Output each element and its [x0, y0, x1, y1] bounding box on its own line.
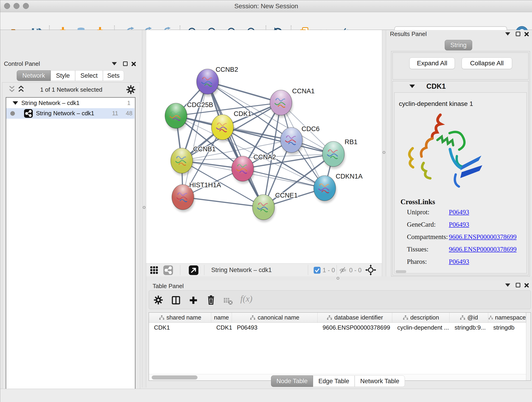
right-splitter-handle[interactable] — [383, 151, 385, 154]
table-row[interactable]: CDK1CDK1P064939606.ENSP00000378699cyclin… — [149, 323, 526, 332]
column-namespace-icon — [403, 315, 409, 320]
table-cell[interactable]: CDK1 — [149, 323, 211, 332]
application-window: Session: New Session — [0, 0, 532, 402]
expand-all-button[interactable]: Expand All — [409, 57, 455, 69]
collection-disclosure-icon[interactable] — [13, 101, 18, 105]
crosslink-link[interactable]: 9606.ENSP00000378699 — [449, 245, 517, 253]
crosslink-label: Tissues: — [407, 245, 449, 253]
protein-name: CDK1 — [426, 82, 446, 90]
scrollbar-thumb[interactable] — [152, 375, 197, 380]
gear-icon[interactable] — [126, 85, 136, 95]
crosshair-pan-icon[interactable] — [365, 264, 376, 275]
network-view-canvas[interactable]: CCNB2CCNA1CDC25BCDK1CDC6RB1CCNB1CCNA2CDK… — [146, 30, 382, 263]
tab-string-results[interactable]: String — [445, 40, 472, 51]
column-header-canonical-name[interactable]: canonical name — [232, 313, 317, 322]
toolbar-separator — [336, 265, 337, 275]
network-view-share-icon[interactable] — [163, 265, 173, 275]
table-cell[interactable]: cyclin-dependent ... — [392, 323, 450, 332]
node-label: CDK1 — [234, 110, 251, 117]
column-namespace-icon — [326, 315, 332, 320]
left-splitter[interactable] — [142, 30, 146, 388]
crosslink-link[interactable]: P06493 — [449, 221, 469, 228]
node-label: CDC25B — [187, 101, 213, 108]
network-status-dot-icon — [10, 111, 15, 116]
network-edge-HIST1H1A-CCNE1[interactable] — [183, 197, 264, 207]
selected-checkbox-icon[interactable] — [314, 267, 321, 274]
show-columns-icon[interactable] — [171, 295, 181, 305]
crosslink-label: Pharos: — [407, 258, 449, 265]
results-scroll-indicator[interactable] — [396, 270, 406, 273]
column-header-namespace[interactable]: namespace — [488, 313, 526, 322]
tab-edge-table[interactable]: Edge Table — [313, 375, 355, 387]
birds-eye-view-icon[interactable] — [189, 265, 198, 275]
network-collection-row[interactable]: String Network – cdk1 1 — [6, 98, 134, 108]
string-network-icon — [24, 109, 33, 118]
column-header--id[interactable]: @id — [450, 313, 488, 322]
network-row-selected[interactable]: String Network – cdk1 11 48 — [6, 108, 134, 119]
network-node-CCNA1[interactable]: CCNA1 — [270, 87, 315, 118]
crosslink-link[interactable]: P06493 — [449, 208, 469, 216]
tab-style[interactable]: Style — [51, 70, 75, 81]
column-namespace-icon — [250, 315, 256, 320]
network-node-CDC6[interactable]: CDC6 — [280, 125, 320, 155]
tab-network[interactable]: Network — [17, 70, 51, 81]
column-header-database-identifier[interactable]: database identifier — [317, 313, 392, 322]
node-label: CCNA1 — [292, 87, 315, 95]
hidden-eye-icon — [339, 267, 347, 274]
float-panel-icon[interactable] — [112, 62, 117, 65]
table-cell[interactable]: stringdb — [488, 323, 526, 332]
table-cell[interactable]: P06493 — [232, 323, 317, 332]
crosslinks-title: CrossLinks — [400, 198, 435, 206]
column-header-description[interactable]: description — [392, 313, 450, 322]
network-node-CCNB2[interactable]: CCNB2 — [196, 66, 238, 96]
collapse-all-chevron-icon[interactable] — [8, 85, 16, 93]
network-edge-CCNA2-CDKN1A[interactable] — [243, 169, 325, 188]
network-node-CCNA2[interactable]: CCNA2 — [232, 153, 276, 184]
tab-select[interactable]: Select — [75, 70, 103, 81]
table-cell[interactable]: stringdb:9... — [450, 323, 488, 332]
tab-sets[interactable]: Sets — [103, 70, 124, 81]
table-cell[interactable]: 9606.ENSP00000378699 — [317, 323, 392, 332]
node-label: RB1 — [345, 138, 357, 146]
horizontal-splitter[interactable] — [146, 276, 532, 280]
close-panel-icon[interactable] — [524, 283, 529, 288]
delete-column-trash-icon[interactable] — [206, 295, 216, 305]
right-splitter[interactable] — [382, 30, 386, 276]
close-panel-icon[interactable] — [524, 32, 529, 37]
network-node-CDK1[interactable]: CDK1 — [211, 110, 251, 142]
protein-disclosure-icon[interactable] — [409, 85, 415, 88]
network-edge-CCNB2-HIST1H1A[interactable] — [183, 82, 208, 197]
left-splitter-handle[interactable] — [143, 206, 146, 209]
float-panel-icon[interactable] — [505, 32, 510, 36]
network-node-CDKN1A[interactable]: CDKN1A — [314, 172, 363, 203]
grid-view-icon[interactable] — [150, 266, 158, 274]
maximize-panel-icon[interactable] — [123, 61, 128, 66]
network-node-RB1[interactable]: RB1 — [322, 138, 357, 169]
close-panel-icon[interactable] — [131, 61, 136, 66]
column-header-label: namespace — [495, 314, 526, 321]
table-cell[interactable]: CDK1 — [211, 323, 232, 332]
add-column-icon[interactable] — [189, 295, 198, 305]
maximize-panel-icon[interactable] — [516, 32, 520, 36]
node-label: HIST1H1A — [189, 181, 221, 189]
column-header-shared-name[interactable]: shared name — [149, 313, 211, 322]
float-panel-icon[interactable] — [505, 283, 510, 287]
tab-network-table[interactable]: Network Table — [355, 375, 405, 387]
network-node-CCNE1[interactable]: CCNE1 — [253, 191, 298, 222]
table-settings-gear-icon[interactable] — [153, 295, 163, 305]
function-builder-icon: f(x) — [240, 294, 253, 304]
crosslink-link[interactable]: P06493 — [449, 258, 469, 265]
network-node-CCNB1[interactable]: CCNB1 — [171, 145, 215, 176]
expand-all-chevron-icon[interactable] — [17, 85, 25, 93]
horizontal-splitter-handle[interactable] — [336, 277, 339, 280]
tab-node-table[interactable]: Node Table — [271, 375, 313, 387]
collapse-all-button[interactable]: Collapse All — [462, 57, 512, 69]
node-label: CCNB1 — [193, 145, 215, 153]
crosslink-link[interactable]: 9606.ENSP00000378699 — [449, 233, 517, 240]
table-vertical-scrollbar[interactable] — [526, 313, 531, 380]
maximize-panel-icon[interactable] — [516, 283, 520, 287]
network-node-HIST1H1A[interactable]: HIST1H1A — [172, 181, 221, 212]
column-header-label: description — [410, 314, 439, 321]
table-header-row: shared namenamecanonical namedatabase id… — [149, 313, 526, 323]
column-header-name[interactable]: name — [211, 313, 232, 322]
